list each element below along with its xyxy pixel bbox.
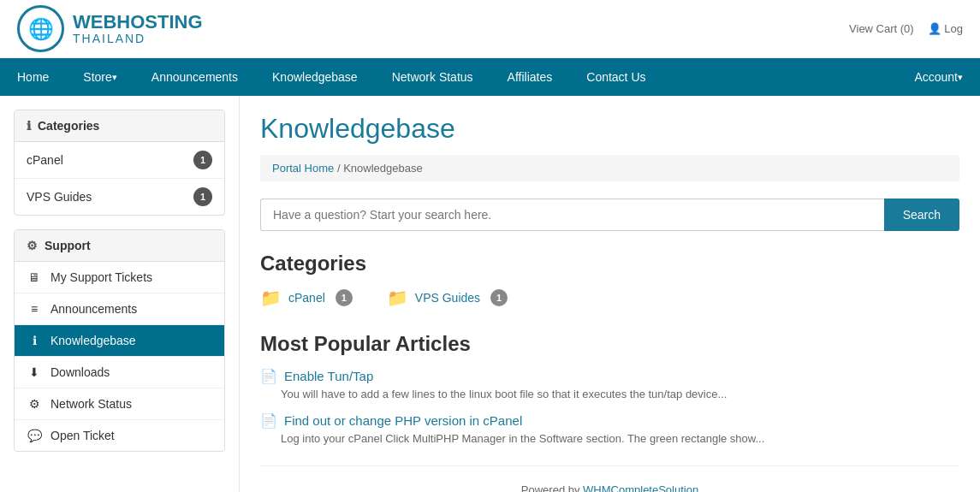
logo-text: WEBHOSTING THAILAND bbox=[73, 12, 203, 46]
logo-name-part2: THAILAND bbox=[73, 33, 203, 45]
footer-powered: Powered by WHMCompleteSolution bbox=[260, 465, 959, 492]
page-title: Knowledgebase bbox=[260, 113, 959, 145]
sidebar-cat-vps[interactable]: VPS Guides 1 bbox=[15, 179, 224, 215]
nav-announcements[interactable]: Announcements bbox=[134, 58, 255, 96]
nav-spacer bbox=[663, 58, 898, 96]
article-icon-1: 📄 bbox=[260, 412, 277, 429]
logo-area: 🌐 WEBHOSTING THAILAND bbox=[17, 5, 203, 52]
breadcrumb-home-link[interactable]: Portal Home bbox=[272, 162, 334, 175]
category-cpanel-label: cPanel bbox=[288, 291, 325, 305]
nav-affiliates[interactable]: Affiliates bbox=[490, 58, 570, 96]
login-link[interactable]: 👤 Log bbox=[928, 22, 963, 35]
article-item-1: 📄 Find out or change PHP version in cPan… bbox=[260, 412, 959, 445]
knowledgebase-icon: ℹ bbox=[27, 334, 42, 347]
logo-name-part1: WEBHOSTING bbox=[73, 12, 203, 33]
sidebar-downloads-label: Downloads bbox=[50, 365, 110, 379]
support-icon: ⚙ bbox=[27, 239, 38, 252]
article-desc-1: Log into your cPanel Click MultiPHP Mana… bbox=[260, 432, 959, 445]
announcements-icon: ≡ bbox=[27, 302, 42, 316]
search-button[interactable]: Search bbox=[884, 199, 959, 231]
category-cpanel-badge: 1 bbox=[336, 289, 353, 306]
article-link-1[interactable]: 📄 Find out or change PHP version in cPan… bbox=[260, 412, 959, 429]
view-cart-link[interactable]: View Cart (0) bbox=[849, 22, 914, 35]
sidebar-categories-section: ℹ Categories cPanel 1 VPS Guides 1 bbox=[14, 110, 225, 216]
sidebar-support-knowledgebase[interactable]: ℹ Knowledgebase bbox=[15, 325, 224, 357]
footer-text: Powered by bbox=[521, 483, 583, 492]
top-links: View Cart (0) 👤 Log bbox=[849, 22, 963, 35]
tickets-icon: 🖥 bbox=[27, 270, 42, 284]
sidebar-knowledgebase-label: Knowledgebase bbox=[50, 334, 136, 347]
category-vps[interactable]: 📁 VPS Guides 1 bbox=[387, 287, 508, 308]
category-vps-badge: 1 bbox=[490, 289, 508, 306]
main-content: Knowledgebase Portal Home / Knowledgebas… bbox=[240, 96, 980, 492]
sidebar-cat-cpanel-badge: 1 bbox=[193, 151, 212, 169]
categories-grid: 📁 cPanel 1 📁 VPS Guides 1 bbox=[260, 287, 959, 308]
search-row: Search bbox=[260, 199, 959, 231]
sidebar-support-downloads[interactable]: ⬇ Downloads bbox=[15, 357, 224, 388]
article-title-1: Find out or change PHP version in cPanel bbox=[284, 413, 522, 428]
open-ticket-icon: 💬 bbox=[27, 429, 42, 442]
top-bar: 🌐 WEBHOSTING THAILAND View Cart (0) 👤 Lo… bbox=[0, 0, 980, 58]
sidebar-cat-cpanel-label: cPanel bbox=[27, 153, 63, 167]
nav-knowledgebase[interactable]: Knowledgebase bbox=[255, 58, 375, 96]
articles-list: 📄 Enable Tun/Tap You will have to add a … bbox=[260, 368, 959, 445]
sidebar-cat-cpanel[interactable]: cPanel 1 bbox=[15, 142, 224, 179]
sidebar-categories-header: ℹ Categories bbox=[15, 110, 224, 142]
nav-bar: Home Store Announcements Knowledgebase N… bbox=[0, 58, 980, 96]
nav-contact-us[interactable]: Contact Us bbox=[569, 58, 662, 96]
sidebar-support-tickets[interactable]: 🖥 My Support Tickets bbox=[15, 262, 224, 293]
network-icon: ⚙ bbox=[27, 397, 42, 411]
article-item-0: 📄 Enable Tun/Tap You will have to add a … bbox=[260, 368, 959, 400]
footer-link[interactable]: WHMCompleteSolution bbox=[583, 483, 698, 492]
categories-heading: Categories bbox=[260, 252, 959, 276]
sidebar-support-section: ⚙ Support 🖥 My Support Tickets ≡ Announc… bbox=[14, 229, 225, 452]
breadcrumb-current: Knowledgebase bbox=[343, 162, 423, 175]
sidebar-support-announcements[interactable]: ≡ Announcements bbox=[15, 293, 224, 325]
sidebar-support-network-status[interactable]: ⚙ Network Status bbox=[15, 388, 224, 420]
nav-store[interactable]: Store bbox=[66, 58, 134, 96]
nav-network-status[interactable]: Network Status bbox=[375, 58, 490, 96]
sidebar-support-header: ⚙ Support bbox=[15, 230, 224, 262]
article-title-0: Enable Tun/Tap bbox=[284, 369, 373, 383]
sidebar-categories-title: Categories bbox=[38, 119, 99, 133]
downloads-icon: ⬇ bbox=[27, 365, 42, 379]
popular-heading: Most Popular Articles bbox=[260, 332, 959, 356]
sidebar-open-ticket-label: Open Ticket bbox=[50, 429, 115, 442]
category-vps-label: VPS Guides bbox=[415, 291, 480, 305]
category-cpanel[interactable]: 📁 cPanel 1 bbox=[260, 287, 353, 308]
search-input[interactable] bbox=[260, 199, 884, 231]
sidebar-announcements-label: Announcements bbox=[50, 302, 137, 316]
article-desc-0: You will have to add a few lines to the … bbox=[260, 388, 959, 400]
article-icon-0: 📄 bbox=[260, 368, 277, 384]
info-icon: ℹ bbox=[27, 119, 31, 133]
logo-globe-icon: 🌐 bbox=[17, 5, 64, 52]
sidebar-cat-vps-badge: 1 bbox=[193, 187, 212, 206]
breadcrumb-separator: / bbox=[337, 162, 341, 175]
nav-account-button[interactable]: Account bbox=[897, 58, 980, 96]
sidebar-network-label: Network Status bbox=[50, 397, 132, 411]
sidebar-tickets-label: My Support Tickets bbox=[50, 270, 152, 284]
main-layout: ℹ Categories cPanel 1 VPS Guides 1 ⚙ Sup… bbox=[0, 96, 980, 492]
folder-icon-vps: 📁 bbox=[387, 287, 408, 308]
nav-home[interactable]: Home bbox=[0, 58, 66, 96]
breadcrumb: Portal Home / Knowledgebase bbox=[260, 155, 959, 181]
article-link-0[interactable]: 📄 Enable Tun/Tap bbox=[260, 368, 959, 384]
sidebar-support-open-ticket[interactable]: 💬 Open Ticket bbox=[15, 420, 224, 451]
sidebar-cat-vps-label: VPS Guides bbox=[27, 190, 92, 204]
sidebar: ℹ Categories cPanel 1 VPS Guides 1 ⚙ Sup… bbox=[0, 96, 240, 492]
folder-icon-cpanel: 📁 bbox=[260, 287, 282, 308]
sidebar-support-title: Support bbox=[45, 239, 91, 252]
